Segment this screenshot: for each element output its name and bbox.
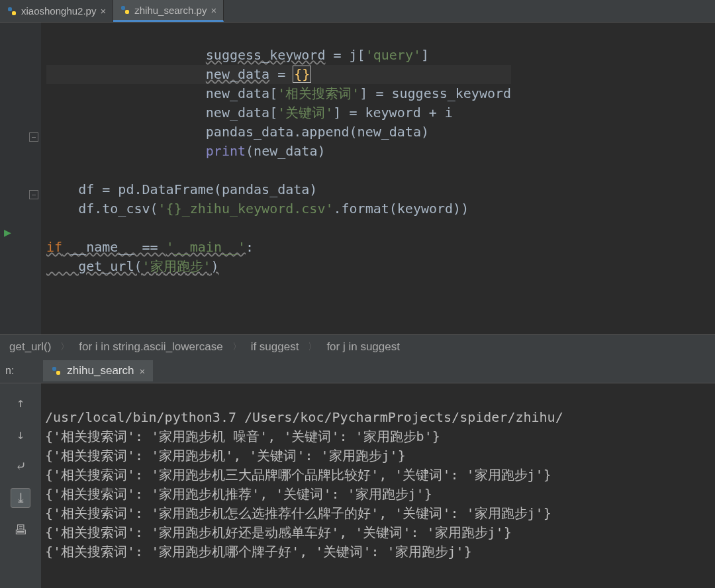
run-gutter-icon[interactable]: ▶	[4, 225, 11, 239]
fold-marker-icon[interactable]: –	[29, 132, 38, 142]
breadcrumb-item[interactable]: get_url()	[9, 340, 51, 354]
code-line: print(new_data)	[46, 143, 325, 159]
breadcrumb-item[interactable]: for i in string.ascii_lowercase	[79, 340, 222, 354]
console-line: {'相关搜索词': '家用跑步机好还是动感单车好', '关键词': '家用跑步j…	[45, 524, 512, 540]
svg-rect-0	[8, 7, 12, 11]
code-line: new_data['关键词'] = keyword + i	[46, 105, 453, 121]
console-line: {'相关搜索词': '家用跑步机怎么选推荐什么牌子的好', '关键词': '家用…	[45, 505, 551, 521]
code-line: get_url('家用跑步')	[46, 258, 219, 274]
console-line: /usr/local/bin/python3.7 /Users/koc/Pych…	[45, 409, 563, 425]
close-icon[interactable]: ×	[211, 5, 216, 16]
breadcrumb-item[interactable]: if suggest	[251, 340, 299, 354]
code-line: if __name__ == '__main__':	[46, 239, 254, 255]
svg-rect-4	[52, 367, 56, 371]
print-icon[interactable]: 🖶	[11, 520, 30, 540]
code-line: suggess_keyword = j['query']	[46, 47, 429, 63]
svg-rect-3	[125, 10, 129, 14]
console-output[interactable]: /usr/local/bin/python3.7 /Users/koc/Pych…	[41, 383, 715, 588]
run-toolbar: ↑ ↓ ⤶ ⤓ 🖶	[0, 383, 41, 588]
console-line: {'相关搜索词': '家用跑步机 噪音', '关键词': '家用跑步b'}	[45, 428, 440, 444]
run-tab-bar: n: zhihu_search ×	[0, 359, 715, 383]
soft-wrap-icon[interactable]: ⤶	[11, 456, 30, 476]
close-icon[interactable]: ×	[139, 366, 145, 377]
console-line: {'相关搜索词': '家用跑步机哪个牌子好', '关键词': '家用跑步j'}	[45, 544, 472, 560]
run-tool-window: ↑ ↓ ⤶ ⤓ 🖶 /usr/local/bin/python3.7 /User…	[0, 383, 715, 588]
breadcrumb-item[interactable]: for j in suggest	[326, 340, 400, 354]
python-file-icon	[120, 5, 130, 15]
chevron-right-icon: 〉	[308, 341, 317, 353]
code-line-current: new_data = {}	[46, 65, 511, 84]
python-file-icon	[7, 6, 17, 17]
scroll-to-end-icon[interactable]: ⤓	[11, 488, 30, 508]
code-line	[46, 162, 54, 178]
editor-gutter[interactable]: – – ▶	[0, 23, 41, 334]
code-line: pandas_data.append(new_data)	[46, 124, 429, 140]
breadcrumb: get_url() 〉 for i in string.ascii_lowerc…	[0, 334, 715, 359]
editor-area: – – ▶ suggess_keyword = j['query'] new_d…	[0, 23, 715, 334]
svg-rect-2	[121, 6, 125, 10]
svg-rect-5	[56, 371, 60, 375]
tab-label: zhihu_search.py	[134, 5, 207, 16]
code-line	[46, 220, 54, 236]
console-line: {'相关搜索词': '家用跑步机三大品牌哪个品牌比较好', '关键词': '家用…	[45, 467, 551, 483]
code-editor[interactable]: suggess_keyword = j['query'] new_data = …	[41, 23, 511, 334]
chevron-right-icon: 〉	[60, 341, 70, 353]
code-line: new_data['相关搜索词'] = suggess_keyword	[46, 85, 511, 101]
run-panel-label: n:	[5, 365, 14, 377]
chevron-right-icon: 〉	[232, 341, 242, 353]
tab-xiaoshonghu2[interactable]: xiaoshonghu2.py ×	[0, 0, 113, 22]
fold-marker-icon[interactable]: –	[29, 190, 38, 199]
scroll-down-icon[interactable]: ↓	[11, 424, 30, 444]
console-line: {'相关搜索词': '家用跑步机推荐', '关键词': '家用跑步j'}	[45, 486, 432, 502]
console-line: {'相关搜索词': '家用跑步机', '关键词': '家用跑步j'}	[45, 448, 406, 464]
svg-rect-1	[12, 11, 16, 15]
close-icon[interactable]: ×	[100, 5, 106, 17]
scroll-up-icon[interactable]: ↑	[11, 393, 30, 413]
python-file-icon	[51, 366, 62, 376]
code-line: df.to_csv('{}_zhihu_keyword.csv'.format(…	[46, 201, 469, 217]
tab-label: xiaoshonghu2.py	[21, 5, 96, 17]
run-tab-label: zhihu_search	[67, 364, 134, 377]
tab-zhihu-search[interactable]: zhihu_search.py ×	[113, 0, 224, 22]
run-config-tab[interactable]: zhihu_search ×	[43, 360, 153, 381]
code-line: df = pd.DataFrame(pandas_data)	[46, 181, 317, 197]
editor-tab-bar: xiaoshonghu2.py × zhihu_search.py ×	[0, 0, 715, 23]
